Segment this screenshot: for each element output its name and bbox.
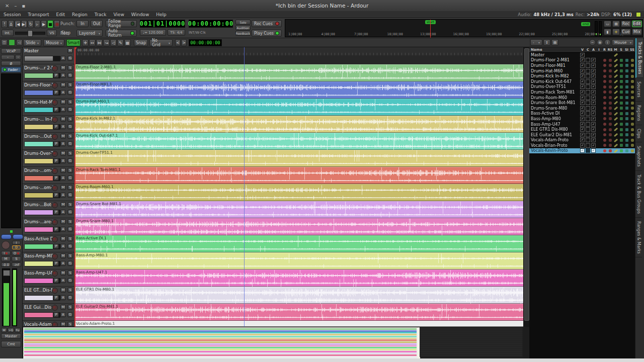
list-cell[interactable] [624, 123, 629, 126]
track-name[interactable]: Bass-Active DI [24, 236, 55, 241]
timecode-ruler[interactable]: 00:00:00:00 [74, 47, 523, 56]
list-cell[interactable] [591, 79, 596, 84]
list-cell[interactable] [624, 69, 629, 72]
track-solo-button[interactable]: S [67, 253, 73, 258]
track-solo-button[interactable]: S [67, 134, 73, 139]
list-cell[interactable] [602, 117, 607, 120]
peak-display[interactable]: -inf [12, 262, 21, 267]
list-cell[interactable] [580, 84, 585, 89]
record-enable-button[interactable] [52, 288, 58, 294]
cut-tool[interactable]: ⋈ [96, 39, 103, 46]
list-cell[interactable] [585, 90, 591, 95]
list-cell[interactable] [618, 75, 624, 78]
pan-icon[interactable]: ✛ [612, 29, 620, 35]
list-cell[interactable] [629, 117, 635, 120]
follow-range-toggle[interactable]: Follow Range [106, 20, 137, 27]
track-name[interactable]: Drums-...om-M81 [24, 168, 55, 173]
track-mute-button[interactable]: M [60, 134, 66, 139]
track-header[interactable]: Drums-...om-M60MSPAG [23, 184, 74, 201]
list-cell[interactable] [624, 149, 629, 152]
list-cell[interactable] [629, 90, 635, 94]
record-enable-button[interactable] [52, 270, 58, 277]
track-list-row[interactable]: Vocals-Brian-Proto [529, 143, 635, 148]
list-cell[interactable] [607, 107, 613, 110]
list-cell[interactable] [585, 138, 591, 142]
list-mouse-select[interactable]: Mouse▾ [612, 39, 634, 46]
list-cell[interactable] [591, 117, 596, 121]
track-mute-button[interactable]: M [60, 151, 66, 156]
track-solo-button[interactable]: S [67, 219, 73, 224]
list-cell[interactable] [580, 58, 585, 62]
list-cell[interactable] [580, 90, 585, 95]
list-cell[interactable] [607, 90, 613, 94]
list-cell[interactable] [585, 96, 591, 100]
track-header[interactable]: Drums-... In-M82MSPAG [23, 116, 74, 133]
list-track-name[interactable]: Vocals-Kevin-Proto [529, 148, 580, 153]
list-cell[interactable] [629, 149, 635, 152]
play-selection-button[interactable]: ▹ [34, 20, 40, 28]
track-list-row[interactable]: Drums-Snare Bot-M81 [529, 100, 635, 106]
list-cell[interactable] [624, 117, 629, 120]
list-cell[interactable] [613, 54, 618, 56]
playlist-button[interactable]: P [53, 261, 59, 266]
track-solo-button[interactable]: S [67, 288, 73, 293]
audition-mini-button[interactable]: Audition [235, 25, 251, 30]
list-cell[interactable] [580, 133, 585, 137]
playlist-button[interactable]: P [53, 141, 59, 146]
group-button[interactable]: G [67, 141, 73, 146]
track-region[interactable]: ELE GTR1 Dis-M80.1 [74, 287, 523, 304]
list-cell[interactable] [602, 69, 607, 72]
list-cell[interactable] [585, 122, 591, 127]
cue-page-button[interactable]: Cue [621, 29, 631, 35]
list-cell[interactable] [602, 144, 607, 147]
list-cell[interactable] [607, 64, 613, 67]
list-cell[interactable] [591, 143, 596, 148]
list-column-i[interactable]: I [596, 48, 602, 52]
list-column-ss[interactable]: SS [629, 48, 635, 52]
track-color-fader[interactable] [24, 124, 53, 130]
list-cell[interactable] [602, 133, 607, 136]
feedback-mini-button[interactable]: Feedback [235, 31, 251, 36]
track-solo-button[interactable]: S [67, 202, 73, 207]
stop-button[interactable]: ■ [47, 20, 53, 28]
list-cell[interactable] [618, 64, 624, 67]
track-solo-button[interactable]: S [67, 270, 73, 276]
track-name[interactable]: Drums-Floor-M81 [24, 82, 55, 87]
track-header[interactable]: Drums-Floor-M81MSPAG [23, 81, 74, 99]
list-cell[interactable] [624, 85, 629, 88]
list-cell[interactable] [624, 112, 629, 115]
play-cues-toggle[interactable]: Play Cues [252, 30, 282, 37]
list-cell[interactable] [607, 96, 613, 99]
track-solo-button[interactable]: S [67, 82, 73, 87]
list-cell[interactable] [607, 144, 613, 147]
track-region[interactable]: Vocals-Adam-Proto.1 [74, 321, 523, 327]
list-cell[interactable] [624, 128, 629, 131]
track-region[interactable]: Drums-Hat-M60.1 [74, 99, 523, 116]
list-cell[interactable] [618, 139, 624, 142]
list-column-rs[interactable]: RS [607, 48, 613, 52]
track-color-fader[interactable] [24, 261, 53, 266]
group-button[interactable]: G [67, 295, 73, 300]
punch-out-button[interactable]: Out [91, 20, 103, 27]
list-cell[interactable] [629, 123, 635, 126]
list-track-name[interactable]: ELE Guitar2 Dis-M81 [529, 133, 580, 137]
track-solo-button[interactable]: S [67, 65, 73, 70]
list-cell[interactable] [618, 85, 624, 88]
strip-disk-button[interactable]: D [12, 245, 21, 249]
master-mute-button[interactable]: M [67, 48, 73, 53]
list-cell[interactable] [585, 117, 591, 121]
layers-icon[interactable]: ▤ [612, 21, 620, 27]
playlist-button[interactable]: P [53, 158, 59, 163]
list-track-name[interactable]: Drums-Over-TF51 [529, 84, 580, 89]
auto-return-toggle[interactable]: Auto Return [106, 30, 137, 37]
list-cell[interactable] [591, 127, 596, 132]
list-cell[interactable] [580, 117, 585, 121]
track-region[interactable]: Bass-Amp-U47.1 [74, 269, 523, 287]
track-mute-button[interactable]: M [60, 305, 66, 310]
menu-view[interactable]: View [110, 12, 127, 17]
snap-button[interactable]: Snap [134, 39, 148, 46]
list-cell[interactable] [613, 129, 618, 130]
track-name[interactable]: Drums-Over-TF51 [24, 151, 55, 156]
audition-tool[interactable]: ◁ [110, 39, 117, 46]
playlist-button[interactable]: P [53, 175, 59, 180]
